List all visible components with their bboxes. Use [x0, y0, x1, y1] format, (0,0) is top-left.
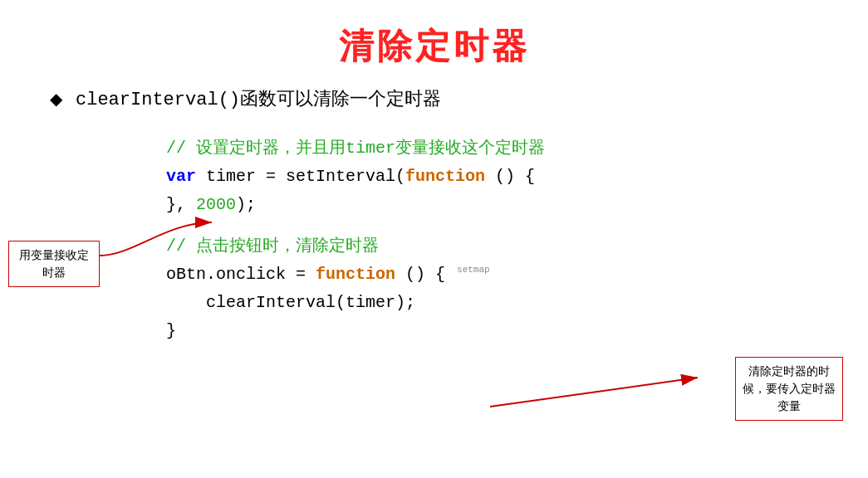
code-close-brace: }	[166, 321, 176, 340]
code-close-1: },	[166, 195, 196, 214]
code-paren-2: () {	[395, 265, 455, 284]
code-line-6: clearInterval(timer);	[166, 289, 868, 317]
right-arrow	[490, 378, 698, 407]
bullet-text: clearInterval()函数可以清除一个定时器	[76, 86, 441, 111]
setmap-label: setmap	[457, 265, 490, 275]
code-obtn: oBtn.onclick =	[166, 265, 316, 284]
code-block: // 设置定时器，并且用timer变量接收这个定时器 var timer = s…	[166, 134, 868, 345]
code-paren-1: () {	[485, 167, 535, 186]
code-line-2: var timer = setInterval(function () {	[166, 163, 868, 191]
bullet-line: ◆ clearInterval()函数可以清除一个定时器	[50, 86, 868, 111]
annotation-right-box: 清除定时器的时候，要传入定时器变量	[735, 357, 843, 421]
kw-var: var	[166, 167, 196, 186]
page-title: 清除定时器	[0, 0, 868, 86]
bullet-suffix: 函数可以清除一个定时器	[240, 88, 441, 109]
comment2-text: // 点击按钮时，清除定时器	[166, 237, 379, 256]
comment1-text: // 设置定时器，并且用timer变量接收这个定时器	[166, 139, 545, 158]
clear-interval-text: clearInterval()	[76, 90, 240, 110]
code-eq: =	[266, 167, 286, 186]
kw-function-1: function	[405, 167, 485, 186]
code-clearInterval: clearInterval(timer);	[166, 293, 415, 312]
code-line-3: }, 2000);	[166, 191, 868, 219]
code-line-comment1: // 设置定时器，并且用timer变量接收这个定时器	[166, 134, 868, 163]
kw-function-2: function	[316, 265, 395, 284]
code-close-2: );	[236, 195, 256, 214]
bullet-diamond: ◆	[50, 89, 62, 109]
code-line-comment2: // 点击按钮时，清除定时器	[166, 232, 868, 261]
code-timer: timer	[196, 167, 266, 186]
code-line-7: }	[166, 317, 868, 345]
code-setInterval: setInterval(	[286, 167, 405, 186]
code-line-5: oBtn.onclick = function () { setmap	[166, 261, 868, 289]
annotation-left-box: 用变量接收定时器	[8, 241, 100, 287]
code-number: 2000	[196, 195, 236, 214]
